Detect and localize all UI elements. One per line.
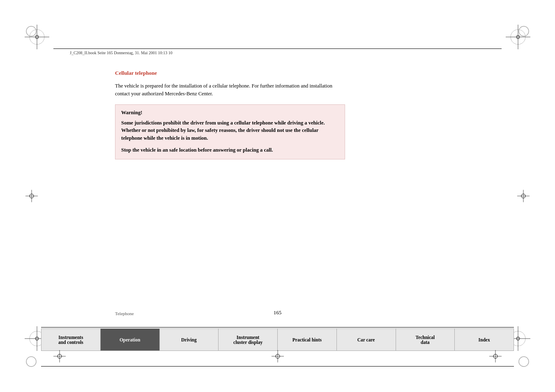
nav-tab-4[interactable]: Practical hints <box>278 329 337 350</box>
mid-crosshair-left <box>25 190 38 202</box>
svg-point-17 <box>519 26 529 36</box>
nav-tab-7[interactable]: Index <box>455 329 514 350</box>
file-info: J_C208_II.book Seite 165 Donnerstag, 31.… <box>70 51 173 55</box>
svg-point-16 <box>26 26 36 36</box>
bottom-crosshair-right <box>489 350 502 362</box>
corner-circle-tl <box>25 25 37 37</box>
nav-tab-3[interactable]: Instrument cluster display <box>219 329 278 350</box>
bottom-crosshair-left <box>53 350 66 362</box>
warning-normal-text: Stop the vehicle in an safe location bef… <box>121 146 339 154</box>
nav-tab-5[interactable]: Car care <box>337 329 396 350</box>
bottom-crosshair-center <box>272 350 284 362</box>
nav-bar: Instruments and controlsOperationDriving… <box>41 328 514 351</box>
corner-circle-tr <box>518 25 530 37</box>
corner-circle-br <box>518 356 530 367</box>
footer-line <box>41 327 514 327</box>
section-title: Cellular telephone <box>115 70 345 76</box>
svg-point-18 <box>26 357 36 367</box>
nav-tab-6[interactable]: Technical data <box>396 329 455 350</box>
mid-crosshair-right <box>517 190 530 202</box>
bottom-border <box>41 366 514 367</box>
nav-tab-0[interactable]: Instruments and controls <box>41 329 101 350</box>
nav-tab-2[interactable]: Driving <box>160 329 219 350</box>
warning-bold-text: Some jurisdictions prohibit the driver f… <box>121 119 339 142</box>
footer-section-label: Telephone <box>115 311 134 316</box>
content-area: Cellular telephone The vehicle is prepar… <box>115 70 345 159</box>
warning-box: Warning! Some jurisdictions prohibit the… <box>115 104 345 159</box>
page-number: 165 <box>274 309 282 316</box>
header-bar: J_C208_II.book Seite 165 Donnerstag, 31.… <box>53 48 502 55</box>
warning-title: Warning! <box>121 110 339 116</box>
nav-tab-1[interactable]: Operation <box>101 329 160 350</box>
corner-circle-bl <box>25 356 37 367</box>
svg-point-19 <box>519 357 529 367</box>
body-text: The vehicle is prepared for the installa… <box>115 82 345 98</box>
